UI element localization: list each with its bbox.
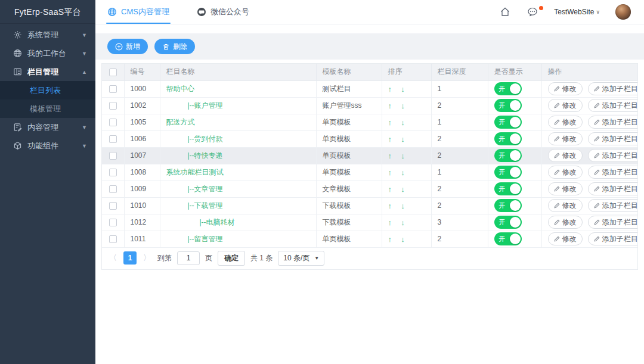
sidebar-item-column-list[interactable]: 栏目列表 bbox=[0, 81, 95, 99]
edit-button[interactable]: 修改 bbox=[548, 149, 583, 162]
row-template-name: 单页模板 bbox=[316, 114, 382, 130]
pencil-icon bbox=[554, 169, 560, 175]
move-down-icon[interactable]: ↓ bbox=[401, 168, 405, 177]
messages-icon[interactable] bbox=[527, 6, 538, 18]
select-all-checkbox[interactable] bbox=[109, 69, 117, 76]
row-checkbox[interactable] bbox=[109, 135, 117, 143]
move-down-icon[interactable]: ↓ bbox=[401, 218, 405, 227]
move-up-icon[interactable]: ↑ bbox=[388, 218, 392, 227]
move-up-icon[interactable]: ↑ bbox=[388, 85, 392, 94]
tab-wechat-official[interactable]: 微信公众号 bbox=[196, 0, 250, 24]
visibility-toggle[interactable]: 开 bbox=[494, 199, 522, 212]
visibility-toggle[interactable]: 开 bbox=[494, 99, 522, 112]
tab-cms-content[interactable]: CMS内容管理 bbox=[106, 0, 171, 24]
visibility-toggle[interactable]: 开 bbox=[494, 166, 522, 179]
sidebar-item-template-management[interactable]: 模板管理 bbox=[0, 99, 95, 118]
column-name-link[interactable]: 系统功能栏目测试 bbox=[166, 167, 224, 178]
delete-button[interactable]: 删除 bbox=[154, 39, 195, 54]
edit-button[interactable]: 修改 bbox=[548, 132, 583, 145]
add-child-column-button[interactable]: 添加子栏目 bbox=[588, 132, 637, 145]
visibility-toggle[interactable]: 开 bbox=[494, 182, 522, 195]
row-checkbox[interactable] bbox=[109, 202, 117, 210]
column-name-link[interactable]: |--电脑耗材 bbox=[200, 217, 235, 228]
move-up-icon[interactable]: ↑ bbox=[388, 235, 392, 244]
column-name-link[interactable]: |--下载管理 bbox=[188, 201, 223, 211]
move-up-icon[interactable]: ↑ bbox=[388, 118, 392, 127]
edit-button[interactable]: 修改 bbox=[548, 182, 583, 195]
move-up-icon[interactable]: ↑ bbox=[388, 101, 392, 110]
site-switcher[interactable]: TestWebSite ∨ bbox=[554, 8, 600, 16]
column-name-link[interactable]: |--特快专递 bbox=[188, 151, 223, 161]
add-child-column-button[interactable]: 添加子栏目 bbox=[588, 116, 637, 129]
current-page-button[interactable]: 1 bbox=[123, 251, 137, 265]
confirm-button[interactable]: 确定 bbox=[218, 251, 245, 266]
move-down-icon[interactable]: ↓ bbox=[401, 135, 405, 144]
add-child-column-button[interactable]: 添加子栏目 bbox=[588, 199, 637, 212]
edit-button[interactable]: 修改 bbox=[548, 82, 583, 95]
pencil-icon bbox=[594, 153, 600, 158]
column-name-link[interactable]: |--文章管理 bbox=[188, 184, 223, 194]
add-child-column-button[interactable]: 添加子栏目 bbox=[588, 99, 637, 112]
visibility-toggle[interactable]: 开 bbox=[494, 216, 522, 229]
page-jump-input[interactable] bbox=[177, 251, 200, 265]
visibility-toggle[interactable]: 开 bbox=[494, 132, 522, 145]
column-name-link[interactable]: |--账户管理 bbox=[188, 101, 223, 111]
prev-page-button[interactable]: 〈 bbox=[108, 253, 118, 263]
edit-button[interactable]: 修改 bbox=[548, 116, 583, 129]
add-child-column-button[interactable]: 添加子栏目 bbox=[588, 216, 637, 229]
edit-button[interactable]: 修改 bbox=[548, 216, 583, 229]
move-down-icon[interactable]: ↓ bbox=[401, 235, 405, 244]
add-child-column-button[interactable]: 添加子栏目 bbox=[588, 149, 637, 162]
edit-button[interactable]: 修改 bbox=[548, 232, 583, 245]
sidebar-item-components[interactable]: 功能组件 ▼ bbox=[0, 136, 95, 155]
move-up-icon[interactable]: ↑ bbox=[388, 151, 392, 160]
move-up-icon[interactable]: ↑ bbox=[388, 135, 392, 144]
move-down-icon[interactable]: ↓ bbox=[401, 151, 405, 160]
row-template-name: 下载模板 bbox=[316, 197, 382, 214]
row-checkbox[interactable] bbox=[109, 119, 117, 126]
visibility-toggle[interactable]: 开 bbox=[494, 82, 522, 95]
toggle-knob bbox=[510, 100, 521, 111]
column-name-link[interactable]: 帮助中心 bbox=[166, 84, 195, 94]
move-up-icon[interactable]: ↑ bbox=[388, 201, 392, 210]
submenu-item-label: 栏目列表 bbox=[30, 86, 61, 95]
move-down-icon[interactable]: ↓ bbox=[401, 118, 405, 127]
row-checkbox[interactable] bbox=[109, 85, 117, 93]
home-icon[interactable] bbox=[499, 6, 511, 18]
move-down-icon[interactable]: ↓ bbox=[401, 85, 405, 94]
column-name-link[interactable]: 配送方式 bbox=[166, 117, 195, 127]
move-down-icon[interactable]: ↓ bbox=[401, 201, 405, 210]
move-up-icon[interactable]: ↑ bbox=[388, 168, 392, 177]
avatar[interactable] bbox=[615, 4, 631, 20]
move-down-icon[interactable]: ↓ bbox=[401, 101, 405, 110]
column-name-link[interactable]: |--留言管理 bbox=[188, 234, 223, 244]
visibility-toggle[interactable]: 开 bbox=[494, 149, 522, 162]
edit-button[interactable]: 修改 bbox=[548, 99, 583, 112]
visibility-toggle[interactable]: 开 bbox=[494, 232, 522, 245]
sidebar-item-workbench[interactable]: 我的工作台 ▼ bbox=[0, 44, 95, 63]
row-checkbox[interactable] bbox=[109, 169, 117, 176]
sidebar-item-column-management[interactable]: 栏目管理 ▲ bbox=[0, 63, 95, 81]
add-child-column-button[interactable]: 添加子栏目 bbox=[588, 182, 637, 195]
page-size-select[interactable]: 10 条/页 ▼ bbox=[278, 251, 324, 266]
add-child-column-button[interactable]: 添加子栏目 bbox=[588, 166, 637, 179]
edit-button[interactable]: 修改 bbox=[548, 199, 583, 212]
visibility-toggle[interactable]: 开 bbox=[494, 116, 522, 129]
row-checkbox[interactable] bbox=[109, 152, 117, 160]
row-checkbox[interactable] bbox=[109, 219, 117, 226]
row-checkbox[interactable] bbox=[109, 102, 117, 110]
header-depth: 栏目深度 bbox=[431, 64, 488, 80]
sidebar-item-system[interactable]: 系统管理 ▼ bbox=[0, 26, 95, 44]
move-down-icon[interactable]: ↓ bbox=[401, 185, 405, 194]
move-up-icon[interactable]: ↑ bbox=[388, 185, 392, 194]
add-child-column-button[interactable]: 添加子栏目 bbox=[588, 232, 637, 245]
row-checkbox[interactable] bbox=[109, 185, 117, 193]
edit-button-label: 修改 bbox=[562, 201, 577, 211]
row-checkbox[interactable] bbox=[109, 235, 117, 243]
add-child-column-button[interactable]: 添加子栏目 bbox=[588, 82, 637, 95]
sidebar-item-content[interactable]: 内容管理 ▼ bbox=[0, 118, 95, 136]
next-page-button[interactable]: 〉 bbox=[142, 253, 152, 263]
column-name-link[interactable]: |--货到付款 bbox=[188, 134, 223, 144]
edit-button[interactable]: 修改 bbox=[548, 166, 583, 179]
add-button[interactable]: 新增 bbox=[107, 39, 148, 54]
